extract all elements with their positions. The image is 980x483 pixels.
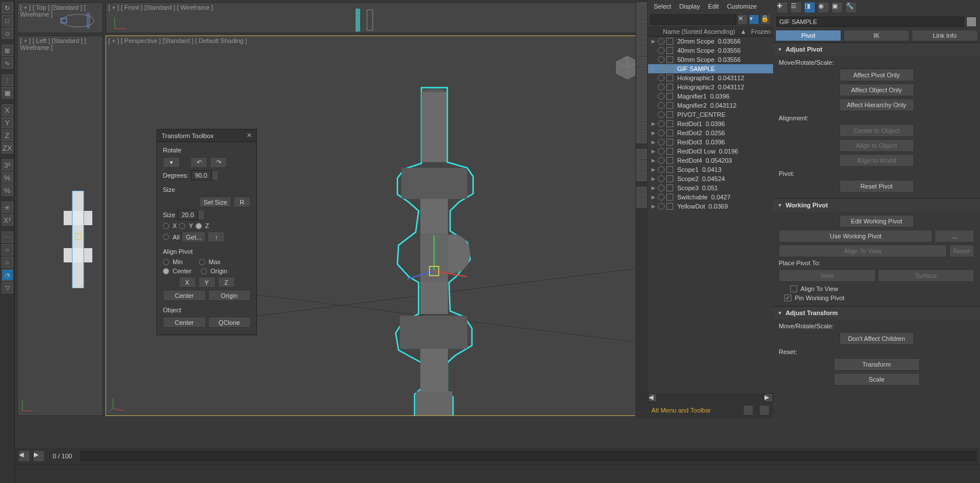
list-item[interactable]: ▶YellowDot 0.0369 (648, 202, 773, 211)
tool-icon[interactable]: ▦ (2, 87, 13, 99)
tool-icon[interactable]: 3² (2, 159, 13, 171)
list-item[interactable]: PIVOT_CENTRE (648, 110, 773, 119)
object-name-input[interactable]: GIF SAMPLE (776, 17, 964, 27)
dont-affect-children-button[interactable]: Don't Affect Children (840, 332, 914, 345)
explorer-icon[interactable] (637, 89, 647, 100)
pin-working-pivot-checkbox[interactable]: ✓Pin Working Pivot (779, 293, 974, 303)
more-button[interactable]: ... (935, 230, 974, 242)
tool-icon[interactable]: % (2, 172, 13, 183)
tool-icon[interactable]: X² (2, 214, 13, 226)
list-item[interactable]: ▶Scope1 0.0413 (648, 165, 773, 174)
timeline-track[interactable] (80, 451, 977, 461)
explorer-icon[interactable] (637, 2, 647, 13)
list-item[interactable]: ▶20mm Scope 0.03556 (648, 37, 773, 46)
explorer-icon[interactable] (637, 68, 647, 78)
selection-set-icon[interactable]: ▾ (749, 14, 759, 25)
tool-icon[interactable]: ▽ (2, 282, 13, 293)
affect-pivot-only-button[interactable]: Affect Pivot Only (840, 69, 914, 81)
get-button[interactable]: Get... (182, 231, 205, 242)
r-button[interactable]: R (233, 197, 251, 207)
z-button[interactable]: Z (218, 277, 235, 288)
explorer-icon[interactable] (637, 46, 647, 56)
view-button[interactable]: View (779, 269, 876, 282)
x-button[interactable]: X (179, 277, 196, 288)
y-button[interactable]: Y (198, 277, 216, 288)
reset-transform-button[interactable]: Transform (834, 358, 920, 371)
align-to-view-button[interactable]: Align To View (779, 245, 947, 257)
list-item[interactable]: ▶Scope3 0.051 (648, 183, 773, 193)
explorer-icon[interactable] (637, 111, 647, 121)
explorer-icon[interactable] (637, 35, 647, 45)
explorer-icon[interactable] (637, 13, 647, 23)
align-to-world-button[interactable]: Align to World (840, 154, 914, 167)
transform-toolbox-panel[interactable]: Transform Toolbox ✕ Rotate ▾ ↶ ↷ Degrees… (157, 129, 257, 335)
list-item[interactable]: ▶Switchable 0.0427 (648, 193, 773, 202)
radio-x[interactable]: X (163, 222, 177, 229)
center-to-object-button[interactable]: Center to Object (840, 124, 914, 137)
explorer-icon[interactable] (637, 78, 647, 89)
explorer-icon[interactable] (637, 171, 647, 181)
list-item[interactable]: Holographic1 0.043112 (648, 73, 773, 83)
list-item[interactable]: Magnifier2 0.043112 (648, 101, 773, 110)
timeline-button[interactable]: ◀ (18, 450, 30, 462)
reset-pivot-button[interactable]: Reset Pivot (840, 180, 914, 193)
list-item[interactable]: ▶RedDot2 0.0256 (648, 128, 773, 138)
arrow-up-icon[interactable]: ↑ (208, 231, 225, 242)
rollout-header[interactable]: ▼Adjust Pivot (773, 43, 980, 56)
explorer-icon[interactable] (637, 122, 647, 132)
viewport-front[interactable]: [ + ] [ Front ] [Standard ] [ Wireframe … (106, 2, 659, 33)
radio-min[interactable]: Min (163, 258, 183, 265)
list-item[interactable]: 50mm Scope 0.03556 (648, 55, 773, 64)
radio-z[interactable]: Z (196, 222, 209, 229)
timeline-button[interactable]: ▶ (33, 450, 45, 462)
surface-button[interactable]: Surface (878, 269, 975, 282)
tool-icon[interactable]: ○ (2, 244, 13, 256)
align-to-object-button[interactable]: Align to Object (840, 139, 914, 152)
list-item[interactable]: ▶RedDot3 0.0396 (648, 138, 773, 147)
list-item[interactable]: Magnifier1 0.0396 (648, 92, 773, 101)
tool-icon[interactable]: ⚹ (2, 202, 13, 213)
radio-all[interactable]: All (163, 234, 179, 241)
tool-icon[interactable]: ∿ (2, 57, 13, 69)
reset-button[interactable]: Reset (949, 245, 974, 257)
tool-icon[interactable]: ◔ (2, 269, 13, 281)
dropdown-button[interactable]: ▾ (163, 157, 180, 168)
motion-tab-icon[interactable]: ◉ (818, 2, 829, 13)
rollout-header[interactable]: ▼Working Pivot (773, 199, 980, 211)
radio-max[interactable]: Max (199, 258, 221, 265)
explorer-icon[interactable] (637, 100, 647, 111)
list-item[interactable]: ▶GIF SAMPLE (648, 64, 773, 73)
tool-icon[interactable]: ◇ (2, 28, 13, 39)
axis-zx-icon[interactable]: ZX (2, 142, 13, 154)
tool-icon[interactable]: ⋮ (2, 74, 13, 86)
edit-working-pivot-button[interactable]: Edit Working Pivot (840, 215, 914, 227)
horizontal-scrollbar[interactable]: ◀▶ (648, 393, 773, 402)
link-info-tab[interactable]: Link Info (912, 30, 978, 41)
object-center-button[interactable]: Center (163, 317, 206, 328)
hierarchy-tab-icon[interactable]: ◨ (804, 2, 815, 13)
affect-hierarchy-only-button[interactable]: Affect Hierarchy Only (840, 99, 914, 111)
origin-button[interactable]: Origin (208, 290, 251, 301)
tool-icon[interactable]: ↻ (2, 2, 13, 14)
tool-icon[interactable]: ○ (2, 257, 13, 268)
list-item[interactable]: ▶Scope2 0.04524 (648, 174, 773, 183)
radio-y[interactable]: Y (179, 222, 193, 229)
list-header[interactable]: Name (Sorted Ascending) ▲ Frozen (648, 26, 773, 37)
explorer-icon[interactable] (637, 149, 647, 159)
tab-display[interactable]: Display (680, 3, 700, 10)
affect-object-only-button[interactable]: Affect Object Only (840, 84, 914, 96)
tool-icon[interactable]: □ (2, 15, 13, 26)
axis-z-icon[interactable]: Z (2, 129, 13, 141)
explorer-icon[interactable] (637, 160, 647, 170)
size-input[interactable] (177, 210, 198, 220)
axis-y-icon[interactable]: Y (2, 117, 13, 128)
rotate-ccw-button[interactable]: ↶ (190, 157, 208, 168)
list-item[interactable]: Holographic2 0.043112 (648, 83, 773, 92)
viewport-left[interactable]: [ + ] [ Left ] [Standard ] [ Wireframe ] (17, 36, 103, 416)
filter-input[interactable] (650, 14, 736, 25)
axis-x-icon[interactable]: X (2, 104, 13, 116)
close-icon[interactable]: ✕ (247, 132, 252, 139)
rotate-cw-button[interactable]: ↷ (210, 157, 227, 168)
funnel-icon[interactable] (637, 198, 647, 208)
reset-scale-button[interactable]: Scale (834, 373, 920, 386)
